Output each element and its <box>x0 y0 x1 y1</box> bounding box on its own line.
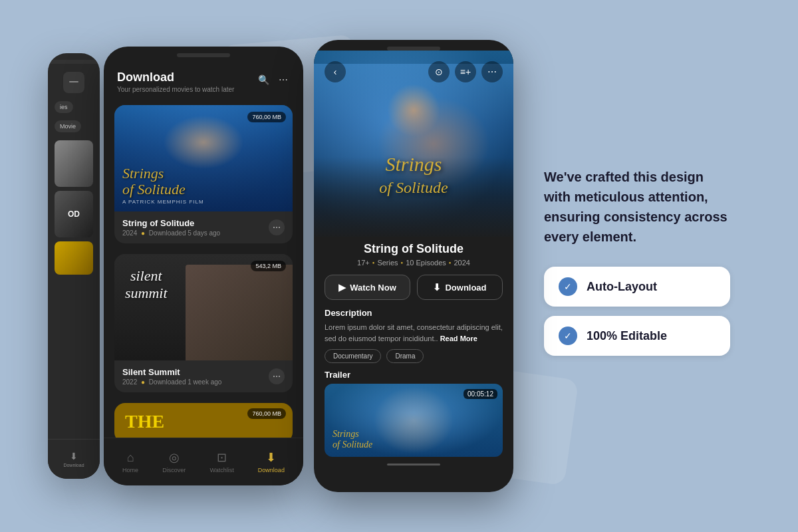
auto-layout-check-icon: ✓ <box>559 277 577 296</box>
detail-type: Series <box>377 259 398 267</box>
strings-script-title: Stringsof Solitude <box>122 166 285 198</box>
silent-file-size: 543,2 MB <box>251 261 286 271</box>
description-text: Lorem ipsum dolor sit amet, consectetur … <box>325 322 503 344</box>
detail-more-icon[interactable]: ⋯ <box>481 61 503 82</box>
silent-card-meta: 2022 ● Downloaded 1 week ago <box>122 378 221 386</box>
strings-studio: A Patrick Memphis Film <box>122 199 285 205</box>
watch-now-label: Watch Now <box>350 283 396 293</box>
detail-script-title: Stringsof Solitude <box>314 153 513 197</box>
nav-discover[interactable]: ◎ Discover <box>162 450 186 473</box>
cast-icon[interactable]: ⊙ <box>428 61 450 82</box>
check-mark-1: ✓ <box>564 281 572 292</box>
download-card-strings: Stringsof Solitude A Patrick Memphis Fil… <box>114 105 293 243</box>
chip-movie[interactable]: Movie <box>55 120 81 132</box>
detail-rating: 17+ <box>357 259 370 267</box>
download-button[interactable]: ⬇ Download <box>417 275 503 300</box>
phone-middle-content: Download Your personalized movies to wat… <box>104 57 303 485</box>
main-container: ies Movie OD ⬇ Download <box>0 0 798 532</box>
download-card-the: 760,00 MB THE <box>114 403 293 443</box>
silent-downloaded: Downloaded 1 week ago <box>149 378 222 386</box>
detail-action-buttons: ▶ Watch Now ⬇ Download <box>314 267 513 308</box>
meta-sep-3: ● <box>449 261 452 265</box>
play-icon: ▶ <box>338 282 346 293</box>
strings-file-size: 760,00 MB <box>247 112 286 122</box>
silent-year: 2022 <box>122 378 137 386</box>
phone-left-bottom-nav: ⬇ Download <box>48 439 100 479</box>
discover-icon: ◎ <box>169 450 180 465</box>
editable-check-icon: ✓ <box>559 327 577 345</box>
phone-middle: Download Your personalized movies to wat… <box>104 47 303 485</box>
detail-year: 2024 <box>454 259 469 267</box>
download-btn-icon: ⬇ <box>433 282 441 293</box>
editable-card[interactable]: ✓ 100% Editable <box>544 316 730 356</box>
auto-layout-label: Auto-Layout <box>587 280 657 294</box>
detail-episodes: 10 Episodes <box>406 259 446 267</box>
meta-sep-2: ● <box>401 261 404 265</box>
phone-right: Stringsof Solitude ‹ ⊙ ≡+ ⋯ String of So… <box>314 40 513 492</box>
chip-series[interactable]: ies <box>55 101 73 113</box>
add-to-list-icon[interactable]: ≡+ <box>455 61 476 82</box>
home-icon: ⌂ <box>127 451 134 465</box>
editable-label: 100% Editable <box>587 329 667 343</box>
info-panel: We've crafted this design with meticulou… <box>524 154 750 378</box>
thumb-1 <box>55 140 93 187</box>
download-card-silent: silentsummit 543,2 MB Silent Summit 2022… <box>114 254 293 392</box>
tag-documentary[interactable]: Documentary <box>325 349 381 363</box>
download-subtitle: Your personalized movies to watch later <box>117 86 234 93</box>
silent-card-info: Silent Summit 2022 ● Downloaded 1 week a… <box>114 360 293 392</box>
thumb-img-3 <box>55 241 93 275</box>
trailer-section: Trailer Stringsof Solitude 00:05:12 <box>314 370 513 457</box>
detail-script-text: Stringsof Solitude <box>314 153 513 197</box>
silent-more-button[interactable]: ⋯ <box>269 368 285 384</box>
detail-top-right-icons: ⊙ ≡+ ⋯ <box>428 61 503 82</box>
nav-home[interactable]: ⌂ Home <box>122 451 138 473</box>
nav-download-label: Download <box>258 467 285 473</box>
check-mark-2: ✓ <box>564 331 572 341</box>
meta-sep-1: ● <box>372 261 375 265</box>
thumb-img-1 <box>55 140 93 187</box>
meta-dot: ● <box>141 229 145 237</box>
download-title: Download <box>117 70 234 84</box>
trailer-duration: 00:05:12 <box>464 389 497 399</box>
nav-download[interactable]: ⬇ Download <box>258 450 285 473</box>
nav-discover-label: Discover <box>162 467 186 473</box>
download-header: Download Your personalized movies to wat… <box>104 57 303 100</box>
back-button[interactable]: ‹ <box>325 61 346 82</box>
read-more-link[interactable]: Read More <box>440 334 477 342</box>
nav-home-label: Home <box>122 467 138 473</box>
detail-top-bar: ‹ ⊙ ≡+ ⋯ <box>314 61 513 82</box>
phone-left-content: ies Movie OD <box>48 64 100 287</box>
thumb-img-2: OD <box>55 191 93 237</box>
trailer-title: Trailer <box>325 370 503 380</box>
silent-poster: silentsummit 543,2 MB <box>114 254 293 360</box>
download-label: Download <box>445 283 486 293</box>
strings-more-button[interactable]: ⋯ <box>269 219 285 235</box>
tag-drama[interactable]: Drama <box>386 349 424 363</box>
trailer-thumbnail[interactable]: Stringsof Solitude 00:05:12 <box>325 384 503 457</box>
meta-dot-2: ● <box>141 378 145 386</box>
auto-layout-card[interactable]: ✓ Auto-Layout <box>544 267 730 307</box>
search-icon[interactable]: 🔍 <box>257 73 270 86</box>
nav-watchlist-label: Watchlist <box>210 467 234 473</box>
strings-year: 2024 <box>122 229 137 237</box>
detail-meta: 17+ ● Series ● 10 Episodes ● 2024 <box>325 259 503 267</box>
thumb-2: OD <box>55 191 93 237</box>
left-nav-download[interactable]: ⬇ Download <box>63 451 84 467</box>
strings-poster: Stringsof Solitude A Patrick Memphis Fil… <box>114 105 293 211</box>
scroll-indicator <box>387 464 440 466</box>
watch-now-button[interactable]: ▶ Watch Now <box>325 275 410 300</box>
info-description: We've crafted this design with meticulou… <box>544 167 730 247</box>
silent-script-title: silentsummit <box>125 267 168 302</box>
bottom-nav: ⌂ Home ◎ Discover ⊡ Watchlist ⬇ Download <box>104 438 303 485</box>
nav-watchlist[interactable]: ⊡ Watchlist <box>210 450 234 473</box>
description-section: Description Lorem ipsum dolor sit amet, … <box>314 308 513 363</box>
description-title: Description <box>325 308 503 318</box>
thumb-3 <box>55 241 93 275</box>
the-file-size: 760,00 MB <box>247 408 286 419</box>
detail-info: String of Solitude 17+ ● Series ● 10 Epi… <box>314 237 513 267</box>
detail-movie-title: String of Solitude <box>325 242 503 256</box>
watchlist-icon: ⊡ <box>217 450 227 465</box>
more-icon-header[interactable]: ⋯ <box>277 73 290 86</box>
strings-card-info: String of Solitude 2024 ● Downloaded 5 d… <box>114 211 293 243</box>
strings-card-title: String of Solitude <box>122 218 220 228</box>
